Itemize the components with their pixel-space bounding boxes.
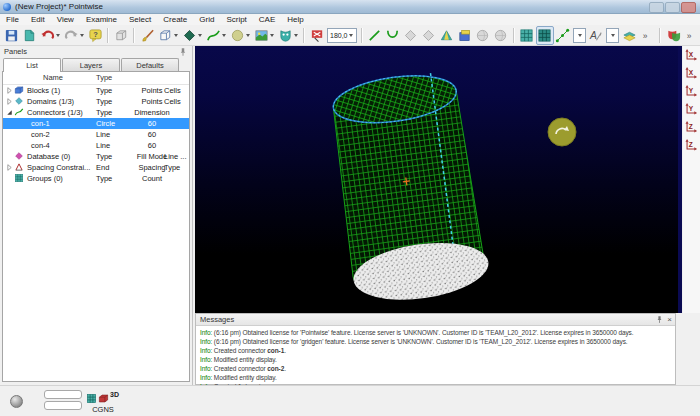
average-spacing-button[interactable]: A [587, 26, 605, 45]
display-style-button[interactable] [138, 26, 156, 45]
menu-bar: FileEditViewExamineSelectCreateGridScrip… [0, 14, 700, 25]
messages-header[interactable]: Messages × [196, 314, 675, 326]
tool-disabled-2[interactable] [420, 26, 438, 45]
view-plus-y-button[interactable]: Y [683, 83, 700, 100]
shaded-view-button[interactable] [156, 26, 180, 45]
tree-row-con-4[interactable]: con-4Line60 [3, 140, 189, 151]
tree-row-blocks-1[interactable]: Blocks (1)TypePointsCells [3, 85, 189, 96]
chevron-down-icon[interactable] [270, 34, 274, 37]
entity-tree: Blocks (1)TypePointsCellsDomains (1/3)Ty… [3, 85, 189, 184]
close-button[interactable] [681, 2, 696, 13]
menu-edit[interactable]: Edit [25, 14, 51, 25]
menu-file[interactable]: File [0, 14, 25, 25]
tree-row-con-2[interactable]: con-2Line60 [3, 129, 189, 140]
menu-help[interactable]: Help [281, 14, 309, 25]
menu-examine[interactable]: Examine [80, 14, 123, 25]
tree-row-con-1[interactable]: con-1Circle60 [3, 118, 189, 129]
structured-domain-button[interactable] [518, 26, 536, 45]
background-style-button[interactable] [252, 26, 276, 45]
chevron-down-icon[interactable] [56, 34, 60, 37]
expand-icon[interactable] [5, 97, 14, 106]
two-point-curve-button[interactable] [366, 26, 384, 45]
undo-button[interactable] [38, 26, 62, 45]
help-icon: ? [87, 27, 103, 43]
tree-row-groups-0[interactable]: Groups (0)TypeCount [3, 173, 189, 184]
layers-tool-button[interactable] [620, 26, 638, 45]
rotation-angle-combo[interactable]: 180,0 [327, 28, 357, 43]
cae-mask-button[interactable] [664, 26, 682, 45]
tab-layers[interactable]: Layers [62, 58, 120, 71]
spacing-combo[interactable] [606, 28, 619, 43]
view-minus-x-button[interactable]: X [683, 65, 700, 82]
redo-button[interactable] [62, 26, 86, 45]
dimension-combo[interactable] [573, 28, 586, 43]
chevron-down-icon[interactable] [578, 34, 582, 37]
save-button[interactable] [2, 26, 20, 45]
toolbar-overflow-2[interactable]: » [682, 26, 700, 45]
message-severity: Info: [200, 329, 212, 336]
chevron-down-icon[interactable] [246, 34, 250, 37]
chevron-down-icon[interactable] [349, 34, 353, 37]
tree-row-connectors-1-3[interactable]: Connectors (1/3)TypeDimension [3, 107, 189, 118]
svg-text:»: » [686, 30, 691, 40]
status-field-2[interactable] [44, 401, 82, 410]
sphere-gray-icon [475, 27, 491, 43]
export-button[interactable] [20, 26, 38, 45]
surface-tool-button[interactable] [438, 26, 456, 45]
view-plus-z-button[interactable]: Z [683, 119, 700, 136]
tree-row-spacing-constrai[interactable]: Spacing Constrai...EndSpacingType [3, 162, 189, 173]
tree-row-database-0[interactable]: Database (0)TypeFill ModeLine ... [3, 151, 189, 162]
view-plus-x-button[interactable]: X [683, 47, 700, 64]
tree-item-name: con-2 [31, 129, 50, 140]
messages-log[interactable]: Info: (6:16 pm) Obtained license for 'Po… [196, 326, 675, 393]
menu-create[interactable]: Create [157, 14, 193, 25]
chevron-down-icon[interactable] [198, 34, 202, 37]
rotation-axis-button[interactable] [308, 26, 326, 45]
pin-icon[interactable] [178, 47, 188, 57]
view-minus-z-button[interactable]: Z [683, 137, 700, 154]
maximize-button[interactable] [665, 2, 680, 13]
connector-dimension-button[interactable] [554, 26, 572, 45]
tool-disabled-3[interactable] [474, 26, 492, 45]
chevron-down-icon[interactable] [222, 34, 226, 37]
mask-toggle-button[interactable] [276, 26, 300, 45]
column-name[interactable]: Name [43, 73, 63, 82]
title-bar[interactable]: (New Project)* Pointwise [0, 0, 700, 14]
menu-grid[interactable]: Grid [193, 14, 220, 25]
status-field-1[interactable] [44, 390, 82, 399]
column-type[interactable]: Type [96, 73, 112, 82]
list-column-headers[interactable]: Name Type [3, 72, 189, 85]
circle-curve-button[interactable] [384, 26, 402, 45]
chevron-down-icon[interactable] [611, 34, 615, 37]
view-minus-y-button[interactable]: Y [683, 101, 700, 118]
pin-icon[interactable] [655, 315, 664, 326]
expand-icon[interactable] [5, 163, 14, 172]
minimize-button[interactable] [649, 2, 664, 13]
tab-defaults[interactable]: Defaults [121, 58, 179, 71]
menu-cae[interactable]: CAE [253, 14, 281, 25]
tool-disabled-1[interactable] [402, 26, 420, 45]
menu-select[interactable]: Select [123, 14, 157, 25]
sphere-display-button[interactable] [228, 26, 252, 45]
help-button[interactable]: ? [86, 26, 104, 45]
expand-icon[interactable] [5, 86, 14, 95]
view-mode-button[interactable] [112, 26, 130, 45]
toolbar-overflow-1[interactable]: » [638, 26, 656, 45]
tree-row-domains-1-3[interactable]: Domains (1/3)TypePointsCells [3, 96, 189, 107]
tree-item-name: Database (0) [27, 151, 70, 162]
chevron-down-icon[interactable] [174, 34, 178, 37]
unstructured-domain-button[interactable] [536, 26, 554, 45]
svg-text:Z: Z [689, 123, 693, 130]
chevron-down-icon[interactable] [80, 34, 84, 37]
menu-view[interactable]: View [51, 14, 80, 25]
close-icon[interactable]: × [667, 315, 672, 325]
connector-display-button[interactable] [204, 26, 228, 45]
display-viewport[interactable] [195, 46, 678, 313]
tool-disabled-4[interactable] [492, 26, 510, 45]
menu-script[interactable]: Script [220, 14, 252, 25]
chevron-down-icon[interactable] [294, 34, 298, 37]
entity-style-button[interactable] [180, 26, 204, 45]
collapse-icon[interactable] [5, 108, 14, 117]
solid-tool-button[interactable] [456, 26, 474, 45]
tab-list[interactable]: List [3, 58, 61, 72]
